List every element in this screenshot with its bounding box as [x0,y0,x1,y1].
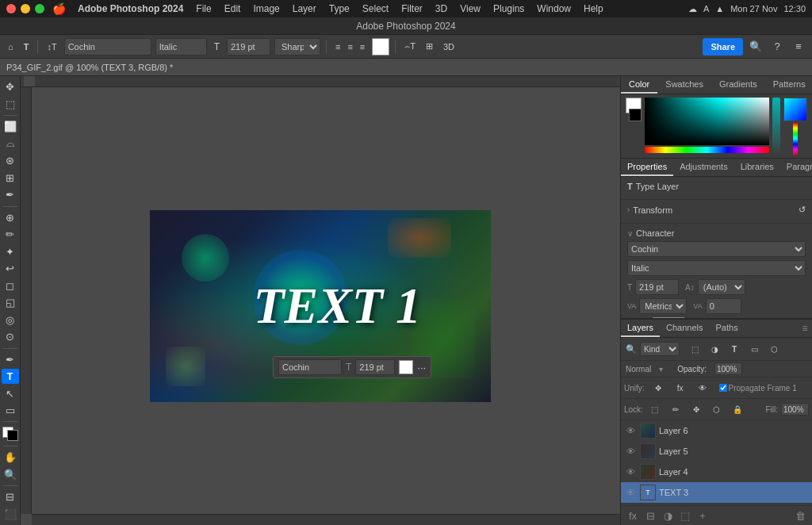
document-tab[interactable]: P34_GIF_2.gif @ 100% (TEXT 3, RGB/8) * [0,59,812,76]
inline-more-button[interactable]: ··· [417,362,426,374]
type-layer-header[interactable]: T Type Layer [627,182,806,191]
character-header[interactable]: ∨ Character [627,228,806,238]
menu-file[interactable]: File [190,2,216,16]
layer-mask-button[interactable]: ⊟ [643,508,657,523]
tracking-select[interactable]: Metrics Optical [639,298,687,314]
opacity-input[interactable] [714,362,742,375]
inline-size-input[interactable] [355,359,395,375]
tab-properties[interactable]: Properties [621,159,673,176]
lock-artboard-btn[interactable]: ⬡ [708,400,726,418]
align-center-button[interactable]: ≡ [344,38,355,56]
menu-image[interactable]: Image [247,2,285,16]
char-style-select[interactable]: Italic [627,260,806,276]
spot-heal-tool[interactable]: ⊕ [2,209,19,225]
blur-tool[interactable]: ◎ [2,312,19,328]
help-button[interactable]: ? [768,38,786,56]
workspace-button[interactable]: ≡ [790,38,807,56]
background-color[interactable] [7,430,18,441]
menu-3d[interactable]: 3D [430,2,453,16]
search-button[interactable]: 🔍 [747,38,764,56]
tab-adjustments[interactable]: Adjustments [673,159,734,176]
layer-adjustment-button[interactable]: ◑ [661,508,675,523]
text-orient-icon[interactable]: ↕T [44,38,59,56]
menu-layer[interactable]: Layer [287,2,322,16]
bg-swatch[interactable] [629,109,642,121]
menu-view[interactable]: View [454,2,486,16]
table-row[interactable]: 👁 Layer 4 [621,462,812,482]
menu-help[interactable]: Help [578,2,609,16]
filter-adj-icon[interactable]: ◑ [706,340,723,358]
char-font-select[interactable]: Cochin [627,241,806,257]
unify-visibility-icon[interactable]: 👁 [694,379,711,397]
layer-fx-button[interactable]: fx [626,508,640,523]
zoom-tool[interactable]: 🔍 [2,467,19,483]
marquee-tool[interactable]: ⬜ [2,119,19,135]
quick-mask-tool[interactable]: ⊟ [2,489,19,505]
table-row[interactable]: 👁 Layer 6 [621,420,812,441]
eraser-tool[interactable]: ◻ [2,278,19,293]
layer-new-button[interactable]: + [695,508,710,523]
char-size-input[interactable] [635,279,679,295]
layer-delete-button[interactable]: 🗑 [793,508,807,523]
tab-gradients[interactable]: Gradients [711,76,765,94]
align-right-button[interactable]: ≡ [357,38,368,56]
tab-paths[interactable]: Paths [710,320,745,337]
tab-libraries[interactable]: Libraries [734,159,780,176]
unify-style-icon[interactable]: fx [672,379,689,397]
color-strips[interactable] [793,123,798,155]
propagate-checkbox[interactable] [719,384,727,392]
tab-channels[interactable]: Channels [660,320,709,337]
lock-transparency-btn[interactable]: ⬚ [646,400,664,418]
crop-tool[interactable]: ⊞ [2,170,19,186]
quick-select-tool[interactable]: ⊛ [2,153,19,169]
tab-layers[interactable]: Layers [621,320,660,337]
text-align-options[interactable]: ⊞ [423,38,436,56]
transform-reset-icon[interactable]: ↺ [799,205,806,215]
layer-visibility-icon[interactable]: 👁 [624,445,637,458]
text-tool[interactable]: T [2,369,19,385]
menu-filter[interactable]: Filter [396,2,428,16]
brush-tool[interactable]: ✏ [2,227,19,243]
menu-type[interactable]: Type [324,2,355,16]
3d-text-button[interactable]: 3D [440,38,458,56]
unify-position-icon[interactable]: ✥ [649,379,667,397]
kind-filter-select[interactable]: Kind [640,342,680,356]
layer-visibility-icon[interactable]: 👁 [624,486,637,499]
fullscreen-button[interactable] [35,4,44,13]
filter-shape-icon[interactable]: ▭ [745,340,763,358]
inline-color-swatch[interactable] [399,360,413,374]
font-name-input[interactable] [64,38,151,56]
lock-position-btn[interactable]: ✥ [688,400,705,418]
menu-edit[interactable]: Edit [219,2,247,16]
menu-photoshop[interactable]: Adobe Photoshop 2024 [72,2,189,16]
gradient-tool[interactable]: ◱ [2,295,19,311]
color-swatches[interactable] [2,427,18,441]
font-style-input[interactable] [155,38,207,56]
path-select-tool[interactable]: ↖ [2,385,19,401]
propagate-frame-label[interactable]: Propagate Frame 1 [719,384,797,393]
share-button[interactable]: Share [703,38,743,56]
close-button[interactable] [6,4,16,13]
menu-window[interactable]: Window [531,2,576,16]
color-field[interactable] [645,98,769,145]
lock-all-btn[interactable]: 🔒 [729,400,746,418]
dodge-tool[interactable]: ⊙ [2,329,19,345]
alpha-slider[interactable] [772,98,780,155]
home-button[interactable]: ⌂ [5,38,17,56]
layer-visibility-icon[interactable]: 👁 [624,424,637,437]
layers-panel-menu[interactable]: ≡ [798,321,812,335]
artboard-tool[interactable]: ⬚ [2,97,19,113]
leading-select[interactable]: (Auto) [698,279,745,295]
table-row[interactable]: 👁 Layer 5 [621,441,812,462]
menu-select[interactable]: Select [357,2,394,16]
pen-tool[interactable]: ✒ [2,351,19,367]
tab-swatches[interactable]: Swatches [657,76,711,94]
minimize-button[interactable] [21,4,30,13]
lasso-tool[interactable]: ⌓ [2,136,19,151]
transform-header[interactable]: › Transform ↺ [627,205,806,215]
filter-pixel-icon[interactable]: ⬚ [686,340,703,358]
screen-mode-tool[interactable]: ⬛ [2,506,19,522]
inline-font-input[interactable] [278,359,342,375]
aa-select[interactable]: SharpCrispStrongSmooth [274,38,320,56]
hand-tool[interactable]: ✋ [2,450,19,466]
